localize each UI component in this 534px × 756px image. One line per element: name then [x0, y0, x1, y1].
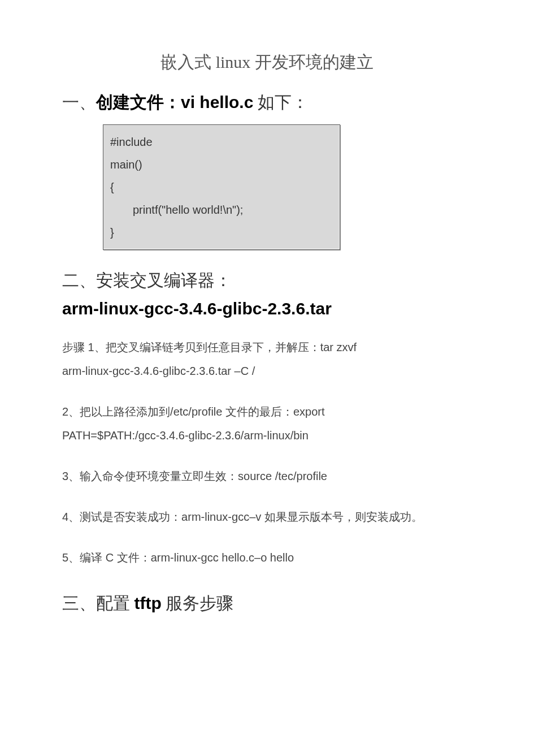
- section-2-heading-cn: 二、安装交叉编译器：: [62, 269, 472, 292]
- step-2: 2、把以上路径添加到/etc/profile 文件的最后：export PATH…: [62, 400, 472, 447]
- section-2-heading-file: arm-linux-gcc-3.4.6-glibc-2.3.6.tar: [62, 299, 472, 318]
- page-title: 嵌入式 linux 开发环境的建立: [62, 51, 472, 74]
- step-2a: 2、把以上路径添加到/etc/profile 文件的最后：export: [62, 405, 325, 418]
- code-line-1: #include: [110, 131, 333, 153]
- code-line-2: main(): [110, 153, 333, 176]
- code-line-5: }: [110, 221, 333, 244]
- step-5: 5、编译 C 文件：arm-linux-gcc hello.c–o hello: [62, 546, 472, 569]
- section-1-prefix: 一、: [62, 93, 96, 111]
- section-1-heading: 一、创建文件：vi hello.c 如下：: [62, 91, 472, 114]
- section-3-prefix: 三、配置: [62, 594, 134, 612]
- section-1-bold: 创建文件：vi hello.c: [96, 93, 253, 111]
- step-2b: PATH=$PATH:/gcc-3.4.6-glibc-2.3.6/arm-li…: [62, 429, 309, 442]
- section-1-suffix: 如下：: [253, 93, 309, 111]
- step-1a: 步骤 1、把交叉编译链考贝到任意目录下，并解压：tar zxvf: [62, 341, 357, 353]
- step-4: 4、测试是否安装成功：arm-linux-gcc–v 如果显示版本号，则安装成功…: [62, 505, 472, 529]
- section-3-suffix: 服务步骤: [162, 594, 234, 612]
- step-1: 步骤 1、把交叉编译链考贝到任意目录下，并解压：tar zxvf arm-lin…: [62, 335, 472, 383]
- section-3-bold: tftp: [134, 594, 162, 612]
- code-box: #include main() { printf("hello world!\n…: [103, 124, 340, 250]
- section-3-heading: 三、配置 tftp 服务步骤: [62, 592, 472, 615]
- step-3: 3、输入命令使环境变量立即生效：source /tec/profile: [62, 464, 472, 488]
- code-line-3: {: [110, 176, 333, 198]
- code-line-4: printf("hello world!\n");: [110, 198, 333, 221]
- step-1b: arm-linux-gcc-3.4.6-glibc-2.3.6.tar –C /: [62, 365, 255, 377]
- document-page: 嵌入式 linux 开发环境的建立 一、创建文件：vi hello.c 如下： …: [0, 0, 534, 649]
